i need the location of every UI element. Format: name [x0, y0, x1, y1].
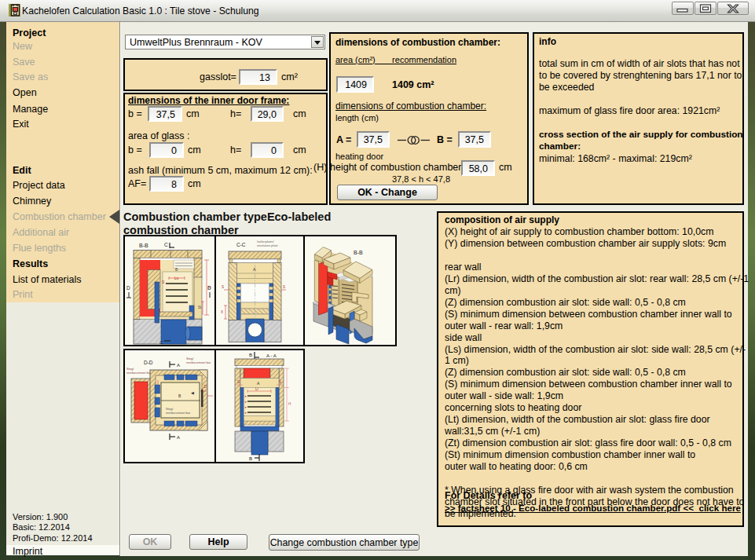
svg-text:H: H	[288, 402, 291, 406]
svg-text:reinforcement bar: reinforcement bar	[126, 371, 152, 375]
svg-text:insulation plate: insulation plate	[257, 243, 278, 247]
svg-text:reinforcement bar: reinforcement bar	[186, 361, 211, 364]
svg-text:D: D	[207, 285, 211, 291]
svg-text:A: A	[177, 363, 180, 368]
svg-text:B: B	[249, 456, 252, 461]
svg-text:B-B: B-B	[354, 250, 363, 255]
svg-text:C-C: C-C	[236, 242, 246, 247]
svg-text:A - A: A - A	[266, 353, 277, 358]
svg-text:reinforcement bar: reinforcement bar	[166, 411, 191, 415]
svg-text:X: X	[221, 310, 223, 314]
svg-text:B: B	[249, 353, 252, 357]
svg-text:S: S	[222, 285, 224, 289]
svg-text:C: C	[164, 242, 168, 247]
svg-text:Ls: Ls	[174, 276, 179, 280]
svg-text:St: St	[198, 306, 202, 309]
svg-text:A: A	[177, 435, 180, 440]
svg-text:◀: ◀	[191, 390, 194, 395]
svg-text:C: C	[159, 340, 163, 345]
svg-text:D-D: D-D	[144, 360, 153, 365]
svg-text:Lr: Lr	[255, 387, 259, 391]
svg-text:S: S	[237, 380, 240, 384]
svg-text:A: A	[253, 267, 256, 272]
svg-text:B-B: B-B	[139, 243, 148, 248]
svg-text:D: D	[126, 285, 130, 291]
svg-text:S: S	[283, 285, 285, 289]
svg-text:S: S	[279, 380, 281, 384]
